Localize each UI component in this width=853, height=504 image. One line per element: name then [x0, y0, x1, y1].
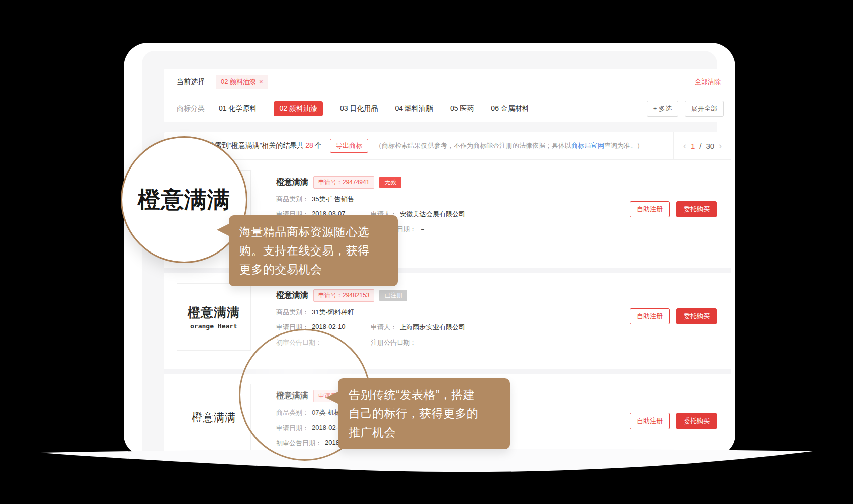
application-number-label: 申请号： [318, 179, 343, 186]
trademark-image-text: 橙意满满 [192, 410, 236, 425]
page-next-icon[interactable]: › [719, 141, 722, 151]
result-row-2: 橙意满满 orange Heart 橙意满满 申请号：29482153 已注册 … [164, 273, 731, 369]
goods-category-value: 35类-广告销售 [312, 195, 354, 204]
page-total: 30 [706, 142, 714, 150]
category-item-05[interactable]: 05 医药 [450, 104, 474, 113]
category-item-02-active[interactable]: 02 颜料油漆 [274, 101, 322, 116]
entrust-purchase-button[interactable]: 委托购买 [676, 413, 717, 429]
goods-category-label: 商品类别： [276, 195, 309, 204]
category-item-04[interactable]: 04 燃料油脂 [395, 104, 433, 113]
current-selection-label: 当前选择 [177, 77, 205, 87]
application-number-value: 29482153 [343, 292, 369, 299]
category-row-label: 商标分类 [177, 104, 205, 113]
self-register-button[interactable]: 自助注册 [630, 413, 670, 429]
selected-filter-chip-label: 02 颜料油漆 [221, 77, 256, 87]
status-badge-registered: 已注册 [379, 290, 407, 301]
goods-category-value: 31类-饲料种籽 [312, 308, 354, 317]
selected-filter-chip[interactable]: 02 颜料油漆 × [216, 75, 268, 89]
export-trademark-button[interactable]: 导出商标 [330, 139, 368, 153]
reg-publication-label: 注册公告日期： [371, 338, 416, 347]
results-disclaimer: （商标检索结果仅供参考，不作为商标能否注册的法律依据；具体以商标局官网查询为准。… [375, 141, 643, 150]
expand-all-button[interactable]: 展开全部 [685, 101, 724, 117]
chip-close-icon[interactable]: × [259, 78, 263, 86]
magnified-trademark-text: 橙意满满 [138, 185, 230, 215]
trademark-image-2[interactable]: 橙意满满 orange Heart [177, 283, 251, 351]
self-register-button[interactable]: 自助注册 [630, 201, 670, 217]
callout-bubble-marketplace: 海量精品商标资源随心选 购。支持在线交易，获得 更多的交易机会 [229, 215, 398, 286]
callout-bubble-promotion: 告别传统“发表格”，搭建 自己的标行，获得更多的 推广机会 [338, 378, 510, 449]
page-separator: / [699, 142, 701, 150]
reg-publication-value: － [419, 225, 426, 234]
category-item-06[interactable]: 06 金属材料 [491, 104, 529, 113]
category-list: 01 化学原料 02 颜料油漆 03 日化用品 04 燃料油脂 05 医药 06… [219, 101, 529, 116]
applicant-label: 申请人： [371, 323, 397, 332]
self-register-button[interactable]: 自助注册 [630, 308, 670, 324]
reg-publication-value: － [419, 338, 426, 347]
category-actions: + 多选 展开全部 [647, 101, 724, 117]
trademark-image-subtext: orange Heart [190, 322, 237, 330]
category-item-01[interactable]: 01 化学原料 [219, 104, 257, 113]
current-selection-row: 当前选择 02 颜料油漆 × 全部清除 [164, 69, 731, 95]
page-current: 1 [691, 142, 695, 150]
entrust-purchase-button[interactable]: 委托购买 [676, 308, 717, 324]
page-prev-icon[interactable]: ‹ [683, 141, 686, 151]
results-count: 28 [305, 141, 313, 149]
application-number-tag: 申请号：29474941 [313, 176, 374, 189]
applicant-value: 安徽美达会展有限公司 [400, 210, 465, 219]
disclaimer-text: （商标检索结果仅供参考，不作为商标能否注册的法律依据；具体以 [375, 142, 571, 149]
disclaimer-suffix: 查询为准。） [604, 142, 643, 149]
clear-all-link[interactable]: 全部清除 [695, 77, 721, 87]
goods-category-label: 商品类别： [276, 308, 309, 317]
application-number-tag: 申请号：29482153 [313, 289, 374, 302]
application-number-value: 29474941 [343, 179, 369, 186]
results-header: 当前分类下检索到“橙意满满”相关的结果共28个 导出商标 （商标检索结果仅供参考… [164, 132, 731, 160]
trademark-name: 橙意满满 [276, 177, 308, 188]
category-row: 商标分类 01 化学原料 02 颜料油漆 03 日化用品 04 燃料油脂 05 … [164, 95, 731, 122]
category-item-03[interactable]: 03 日化用品 [340, 104, 378, 113]
multi-select-button[interactable]: + 多选 [647, 101, 678, 117]
trademark-name: 橙意满满 [276, 290, 308, 301]
results-count-unit: 个 [315, 141, 322, 149]
pagination: ‹ 1 / 30 › [673, 132, 731, 160]
applicant-value: 上海雨步实业有限公司 [400, 323, 465, 332]
trademark-office-link[interactable]: 商标局官网 [571, 142, 604, 149]
trademark-image-text: 橙意满满 [188, 304, 240, 321]
application-number-label: 申请号： [318, 292, 343, 299]
filter-card: 当前选择 02 颜料油漆 × 全部清除 商标分类 01 化学原料 02 颜料油漆… [164, 69, 731, 122]
entrust-purchase-button[interactable]: 委托购买 [676, 201, 717, 217]
status-badge-invalid: 无效 [379, 177, 401, 188]
bottom-swoosh-decoration [29, 445, 824, 493]
